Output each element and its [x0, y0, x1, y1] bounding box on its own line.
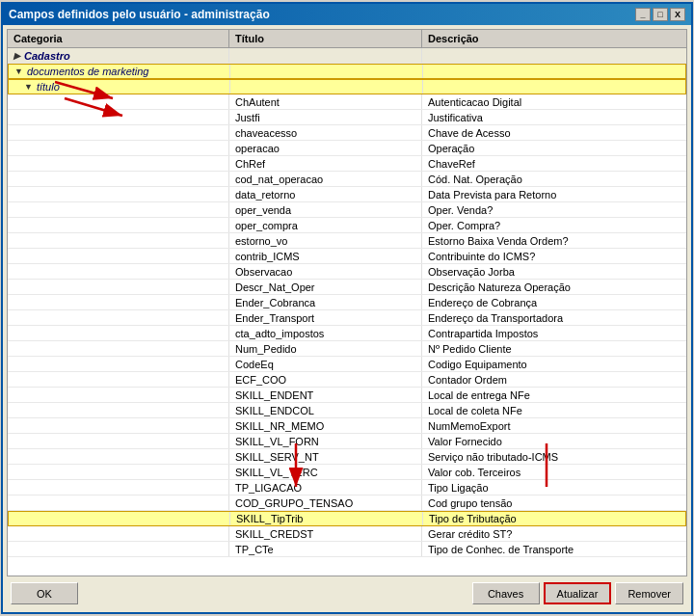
table-row[interactable]: SKILL_ENDENTLocal de entrega NFeAlfanumé…: [8, 388, 686, 403]
titulo-cell: SKILL_VL_TERC: [229, 465, 422, 479]
titulo-cell: Descr_Nat_Oper: [229, 280, 422, 294]
table-row[interactable]: data_retornoData Prevista para RetornoDa…: [8, 187, 686, 202]
category-cell: [8, 218, 229, 232]
descricao-cell: Gerar crédito ST?: [422, 526, 686, 541]
table-row[interactable]: SKILL_TipTribTipo de TributaçãoAlfanumér…: [8, 511, 686, 526]
category-cell: [8, 388, 229, 402]
descricao-cell: Cod grupo tensão: [422, 495, 686, 510]
minimize-button[interactable]: _: [635, 8, 651, 21]
table-body[interactable]: ▶ Cadastro ▼ documentos de marketing: [8, 48, 686, 576]
header-descricao: Descrição: [422, 30, 687, 47]
descricao-cell: Serviço não tributado-ICMS: [422, 449, 686, 464]
window-controls: _ □ X: [635, 8, 685, 21]
table-row[interactable]: cta_adto_impostosContrapartida ImpostosA…: [8, 326, 686, 341]
rows-container: ChAutentAutenticacao DigitalAlfanumérico…: [8, 94, 686, 557]
table-row[interactable]: contrib_ICMSContribuinte do ICMS?Alfanum…: [8, 249, 686, 264]
cell: [423, 80, 686, 94]
descricao-cell: Cód. Nat. Operação: [422, 172, 686, 186]
category-cell: [8, 141, 229, 155]
table-row[interactable]: SKILL_CREDSTGerar crédito ST?Alfanuméric…: [8, 526, 686, 542]
table-row[interactable]: Num_PedidoNº Pedido ClienteAlfanumérico …: [8, 341, 686, 357]
category-cell: [8, 187, 229, 201]
category-cell: [8, 526, 229, 541]
descricao-cell: Endereço da Transportadora: [422, 310, 686, 325]
descricao-cell: Contribuinte do ICMS?: [422, 249, 686, 263]
category-cell: [8, 449, 229, 464]
table-row[interactable]: ObservacaoObservação JorbaTexto: [8, 264, 686, 280]
cell: [422, 48, 686, 63]
category-cell: [8, 110, 229, 124]
table-row[interactable]: JustfiJustificativaAlfanumérico (254): [8, 110, 686, 125]
table-wrapper: Categoria Título Descrição Tipo Padrão ▶…: [7, 29, 687, 576]
titulo-cell: ChRef: [229, 156, 422, 171]
header-titulo: Título: [229, 30, 422, 47]
table-row[interactable]: estorno_voEstorno Baixa Venda Ordem?Alfa…: [8, 233, 686, 249]
table-row[interactable]: COD_GRUPO_TENSAOCod grupo tensãoAlfanumé…: [8, 495, 686, 511]
titulo-cell: SKILL_TipTrib: [230, 512, 423, 525]
titulo-cell: TP_CTe: [229, 542, 422, 556]
table-row[interactable]: ChRefChaveRefTexto: [8, 156, 686, 172]
remover-button[interactable]: Remover: [615, 582, 683, 604]
table-row[interactable]: Descr_Nat_OperDescrição Natureza Operaçã…: [8, 280, 686, 295]
chaves-button[interactable]: Chaves: [472, 582, 540, 604]
titulo-cell: chaveacesso: [229, 125, 422, 140]
category-cell: [8, 542, 229, 556]
table-row[interactable]: ▼ documentos de marketing: [8, 64, 686, 79]
table-row[interactable]: SKILL_NR_MEMONumMemoExportAlfanumérico (…: [8, 418, 686, 434]
category-cell: [8, 172, 229, 186]
maximize-button[interactable]: □: [653, 8, 668, 21]
titulo-cell: SKILL_ENDENT: [229, 388, 422, 402]
table-row[interactable]: cod_nat_operacaoCód. Nat. OperaçãoAlfanu…: [8, 172, 686, 187]
category-cell: ▼ título: [9, 80, 230, 94]
table-row[interactable]: CodeEqCodigo EquipamentoAlfanumérico (8): [8, 357, 686, 372]
category-name: título: [37, 81, 60, 93]
table-row[interactable]: ECF_COOContador OrdemAlfanumérico (6): [8, 372, 686, 388]
category-cell: [8, 125, 229, 140]
footer-right: Chaves Atualizar Remover: [472, 582, 683, 604]
table-row[interactable]: ChAutentAutenticacao DigitalAlfanumérico…: [8, 94, 686, 110]
descricao-cell: NumMemoExport: [422, 418, 686, 433]
table-row[interactable]: TP_LIGACAOTipo LigaçãoAlfanumérico (10): [8, 480, 686, 495]
table-row[interactable]: chaveacessoChave de AcessoAlfanumérico (…: [8, 125, 686, 141]
titulo-cell: TP_LIGACAO: [229, 480, 422, 495]
content-area: Categoria Título Descrição Tipo Padrão ▶…: [3, 25, 691, 612]
descricao-cell: Valor cob. Terceiros: [422, 465, 686, 479]
table-row[interactable]: TP_CTeTipo de Conhec. de TransporteAlfan…: [8, 542, 686, 557]
table-row[interactable]: operacaoOperaçãoAlfanumérico (1)1: [8, 141, 686, 156]
table-row[interactable]: Ender_TransportEndereço da Transportador…: [8, 310, 686, 326]
category-cell: [8, 372, 229, 387]
titulo-cell: CodeEq: [229, 357, 422, 371]
titulo-cell: cod_nat_operacao: [229, 172, 422, 186]
category-cell: [8, 326, 229, 340]
category-name: documentos de marketing: [27, 66, 149, 77]
category-cell: [8, 233, 229, 248]
category-cell: [8, 357, 229, 371]
ok-button[interactable]: OK: [11, 582, 78, 604]
table-row[interactable]: ▶ Cadastro: [8, 48, 686, 64]
table-row[interactable]: oper_compraOper. Compra?Alfanumérico (1)…: [8, 218, 686, 233]
cell: [229, 48, 422, 63]
category-cell: [8, 295, 229, 309]
titulo-cell: ChAutent: [229, 94, 422, 109]
atualizar-button[interactable]: Atualizar: [544, 582, 612, 604]
category-cell: [8, 94, 229, 109]
titulo-cell: cta_adto_impostos: [229, 326, 422, 340]
table-row[interactable]: SKILL_VL_FORNValor FornecidoValor: [8, 434, 686, 449]
titulo-cell: Ender_Cobranca: [229, 295, 422, 309]
table-row[interactable]: SKILL_ENDCOLLocal de coleta NFeAlfanumér…: [8, 403, 686, 418]
close-button[interactable]: X: [670, 8, 685, 21]
table-row[interactable]: Ender_CobrancaEndereço de CobrançaAlfanu…: [8, 295, 686, 310]
titulo-cell: ECF_COO: [229, 372, 422, 387]
cell: [230, 80, 423, 94]
table-row[interactable]: SKILL_SERV_NTServiço não tributado-ICMSV…: [8, 449, 686, 465]
category-cell: [8, 465, 229, 479]
table-row[interactable]: ▼ título: [8, 79, 686, 94]
category-cell: [8, 403, 229, 417]
descricao-cell: ChaveRef: [422, 156, 686, 171]
descricao-cell: Oper. Compra?: [422, 218, 686, 232]
table-row[interactable]: SKILL_VL_TERCValor cob. TerceirosValor: [8, 465, 686, 480]
table-row[interactable]: oper_vendaOper. Venda?Alfanumérico (1)S: [8, 202, 686, 218]
titulo-cell: Observacao: [229, 264, 422, 279]
category-cell: [8, 280, 229, 294]
category-cell: ▶ Cadastro: [8, 48, 229, 63]
